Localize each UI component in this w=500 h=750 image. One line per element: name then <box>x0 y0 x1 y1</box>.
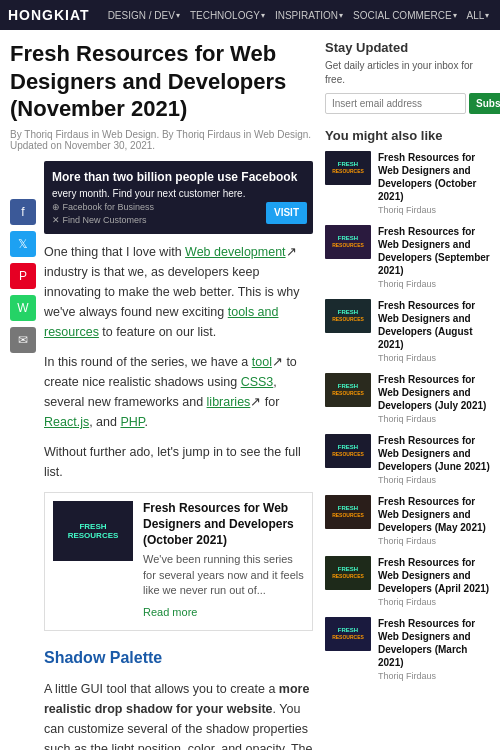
related-content: Fresh Resources for Web Designers and De… <box>378 617 490 681</box>
email-row: Subscribe! <box>325 93 490 114</box>
stay-updated-title: Stay Updated <box>325 40 490 55</box>
related-content: Fresh Resources for Web Designers and De… <box>378 151 490 215</box>
related-articles-list: FRESHRESOURCES Fresh Resources for Web D… <box>325 151 490 681</box>
featured-title: Fresh Resources for Web Designers and De… <box>143 501 304 548</box>
article-body: One thing that I love with Web developme… <box>44 242 313 750</box>
related-content: Fresh Resources for Web Designers and De… <box>378 299 490 363</box>
related-thumb: FRESHRESOURCES <box>325 151 371 185</box>
visit-button[interactable]: VISIT <box>266 202 307 224</box>
pinterest-share-button[interactable]: P <box>10 263 36 289</box>
nav-inspiration[interactable]: INSPIRATION ▾ <box>271 8 347 23</box>
nav-technology[interactable]: TECHNOLOGY ▾ <box>186 8 269 23</box>
shadow-palette-description: A little GUI tool that allows you to cre… <box>44 679 313 750</box>
body-paragraph-2: In this round of the series, we have a t… <box>44 352 313 432</box>
facebook-share-button[interactable]: f <box>10 199 36 225</box>
libraries-link[interactable]: libraries <box>207 395 251 409</box>
article-title: Fresh Resources for Web Designers and De… <box>10 40 313 123</box>
related-thumb: FRESHRESOURCES <box>325 299 371 333</box>
twitter-share-button[interactable]: 𝕏 <box>10 231 36 257</box>
php-link[interactable]: PHP <box>120 415 144 429</box>
sidebar: Stay Updated Get daily articles in your … <box>325 40 490 750</box>
related-thumb: FRESHRESOURCES <box>325 617 371 651</box>
related-title[interactable]: Fresh Resources for Web Designers and De… <box>378 299 490 351</box>
stay-updated-desc: Get daily articles in your inbox for fre… <box>325 59 490 87</box>
email-share-button[interactable]: ✉ <box>10 327 36 353</box>
top-nav: HONGKIAT DESIGN / DEV ▾ TECHNOLOGY ▾ INS… <box>0 0 500 30</box>
read-more-link[interactable]: Read more <box>143 606 197 618</box>
related-author: Thoriq Firdaus <box>378 279 490 289</box>
nav-deals[interactable]: DEALS <box>495 8 500 23</box>
related-author: Thoriq Firdaus <box>378 414 490 424</box>
author-link[interactable]: Thoriq Firdaus <box>24 129 88 140</box>
related-content: Fresh Resources for Web Designers and De… <box>378 556 490 607</box>
related-content: Fresh Resources for Web Designers and De… <box>378 373 490 424</box>
related-thumb: FRESHRESOURCES <box>325 495 371 529</box>
nav-design-dev[interactable]: DESIGN / DEV ▾ <box>104 8 184 23</box>
body-paragraph-3: Without further ado, let's jump in to se… <box>44 442 313 482</box>
related-article-item: FRESHRESOURCES Fresh Resources for Web D… <box>325 299 490 363</box>
related-article-item: FRESHRESOURCES Fresh Resources for Web D… <box>325 225 490 289</box>
related-thumb: FRESHRESOURCES <box>325 556 371 590</box>
related-title[interactable]: Fresh Resources for Web Designers and De… <box>378 617 490 669</box>
featured-thumb: FRESHRESOURCES <box>53 501 133 561</box>
page-layout: Fresh Resources for Web Designers and De… <box>0 30 500 750</box>
email-input[interactable] <box>325 93 466 114</box>
chevron-icon: ▾ <box>261 11 265 20</box>
related-title[interactable]: Fresh Resources for Web Designers and De… <box>378 495 490 534</box>
related-article-item: FRESHRESOURCES Fresh Resources for Web D… <box>325 556 490 607</box>
chevron-icon: ▾ <box>453 11 457 20</box>
related-title[interactable]: Fresh Resources for Web Designers and De… <box>378 151 490 203</box>
related-thumb: FRESHRESOURCES <box>325 225 371 259</box>
related-author: Thoriq Firdaus <box>378 205 490 215</box>
nav-items: DESIGN / DEV ▾ TECHNOLOGY ▾ INSPIRATION … <box>104 8 500 23</box>
article-content: More than two billion people use Faceboo… <box>44 161 313 751</box>
featured-article-block: FRESHRESOURCES Fresh Resources for Web D… <box>44 492 313 631</box>
featured-body: We've been running this series for sever… <box>143 552 304 598</box>
stay-updated-widget: Stay Updated Get daily articles in your … <box>325 40 490 114</box>
related-title[interactable]: Fresh Resources for Web Designers and De… <box>378 434 490 473</box>
chevron-icon: ▾ <box>176 11 180 20</box>
related-author: Thoriq Firdaus <box>378 536 490 546</box>
related-author: Thoriq Firdaus <box>378 475 490 485</box>
css3-link[interactable]: CSS3 <box>241 375 274 389</box>
related-thumb: FRESHRESOURCES <box>325 373 371 407</box>
whatsapp-share-button[interactable]: W <box>10 295 36 321</box>
shadow-palette-title[interactable]: Shadow Palette <box>44 645 313 671</box>
related-title[interactable]: Fresh Resources for Web Designers and De… <box>378 225 490 277</box>
chevron-icon: ▾ <box>485 11 489 20</box>
related-article-item: FRESHRESOURCES Fresh Resources for Web D… <box>325 151 490 215</box>
body-paragraph-1: One thing that I love with Web developme… <box>44 242 313 342</box>
related-article-item: FRESHRESOURCES Fresh Resources for Web D… <box>325 434 490 485</box>
ad-body: every month. Find your next customer her… <box>52 187 305 201</box>
content-area: f 𝕏 P W ✉ More than two billion people u… <box>10 161 313 751</box>
subscribe-button[interactable]: Subscribe! <box>469 93 500 114</box>
related-article-item: FRESHRESOURCES Fresh Resources for Web D… <box>325 373 490 424</box>
ad-banner: More than two billion people use Faceboo… <box>44 161 313 235</box>
related-article-item: FRESHRESOURCES Fresh Resources for Web D… <box>325 495 490 546</box>
web-dev-link[interactable]: Web development <box>185 245 286 259</box>
logo[interactable]: HONGKIAT <box>8 7 90 23</box>
tools-resources-link[interactable]: tools and resources <box>44 305 278 339</box>
social-bar: f 𝕏 P W ✉ <box>10 161 36 751</box>
ad-title: More than two billion people use Faceboo… <box>52 169 305 186</box>
related-thumb: FRESHRESOURCES <box>325 434 371 468</box>
main-column: Fresh Resources for Web Designers and De… <box>10 40 313 750</box>
reactjs-link[interactable]: React.js <box>44 415 89 429</box>
category-link[interactable]: Web Design <box>102 129 156 140</box>
article-meta: By Thoriq Firdaus in Web Design. By Thor… <box>10 129 313 151</box>
related-title[interactable]: Fresh Resources for Web Designers and De… <box>378 373 490 412</box>
related-content: Fresh Resources for Web Designers and De… <box>378 225 490 289</box>
you-might-like-widget: You might also like FRESHRESOURCES Fresh… <box>325 128 490 681</box>
related-author: Thoriq Firdaus <box>378 597 490 607</box>
featured-content: Fresh Resources for Web Designers and De… <box>143 501 304 622</box>
nav-all[interactable]: ALL ▾ <box>463 8 494 23</box>
nav-social-commerce[interactable]: SOCIAL COMMERCE ▾ <box>349 8 461 23</box>
related-article-item: FRESHRESOURCES Fresh Resources for Web D… <box>325 617 490 681</box>
you-might-like-title: You might also like <box>325 128 490 143</box>
tool-link[interactable]: tool <box>252 355 272 369</box>
related-author: Thoriq Firdaus <box>378 353 490 363</box>
related-content: Fresh Resources for Web Designers and De… <box>378 495 490 546</box>
related-title[interactable]: Fresh Resources for Web Designers and De… <box>378 556 490 595</box>
bold-text-1: more realistic drop shadow for your webs… <box>44 682 309 716</box>
chevron-icon: ▾ <box>339 11 343 20</box>
